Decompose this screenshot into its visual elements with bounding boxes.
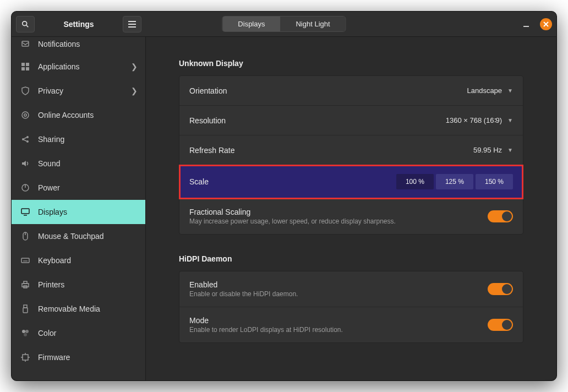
hidpi-panel: Enabled Enable or disable the HiDPI daem… [179, 271, 523, 343]
hamburger-icon [128, 21, 136, 28]
speaker-icon [20, 159, 30, 168]
svg-rect-2 [128, 21, 136, 22]
chevron-right-icon: ❯ [131, 86, 138, 95]
sidebar-item-label: Color [38, 329, 56, 337]
sidebar-item-color[interactable]: Color [12, 321, 145, 345]
row-orientation[interactable]: Orientation Landscape ▼ [179, 76, 523, 106]
svg-point-17 [26, 140, 29, 143]
hidpi-enabled-desc: Enable or disable the HiDPI daemon. [189, 290, 298, 298]
svg-rect-9 [21, 63, 25, 66]
grid-icon [20, 62, 30, 72]
svg-line-1 [26, 25, 28, 26]
mouse-icon [20, 231, 30, 241]
sidebar-item-label: Online Accounts [38, 111, 94, 119]
tab-night-light[interactable]: Night Light [280, 17, 345, 31]
sidebar-item-label: Printers [38, 280, 64, 289]
sidebar-item-removable-media[interactable]: Removable Media [12, 297, 145, 321]
sidebar-item-sound[interactable]: Sound [12, 151, 145, 176]
svg-rect-3 [128, 24, 136, 25]
caret-down-icon: ▼ [507, 88, 513, 94]
titlebar-left: Settings [12, 12, 146, 36]
row-resolution[interactable]: Resolution 1360 × 768 (16∶9) ▼ [179, 106, 523, 135]
row-hidpi-enabled: Enabled Enable or disable the HiDPI daem… [179, 271, 523, 307]
svg-point-35 [24, 333, 27, 336]
svg-point-13 [22, 112, 29, 118]
fractional-switch[interactable] [488, 210, 513, 222]
sidebar-item-mouse-touchpad[interactable]: Mouse & Touchpad [12, 224, 145, 248]
at-icon [20, 110, 30, 120]
svg-line-18 [24, 138, 27, 139]
minimize-button[interactable] [520, 18, 532, 30]
hidpi-mode-label: Mode [189, 316, 343, 325]
svg-rect-26 [21, 258, 29, 263]
scale-option-100[interactable]: 100 % [396, 174, 434, 189]
sidebar-item-firmware[interactable]: Firmware [12, 345, 145, 369]
hidpi-mode-switch[interactable] [488, 319, 513, 331]
content-area: Unknown Display Orientation Landscape ▼ … [146, 37, 556, 380]
switch-knob [502, 211, 512, 221]
sidebar-item-privacy[interactable]: Privacy ❯ [12, 79, 145, 103]
sidebar-item-label: Applications [38, 62, 80, 71]
sidebar-item-sharing[interactable]: Sharing [12, 127, 145, 151]
titlebar: Settings Displays Night Light [12, 12, 556, 37]
window-controls [520, 18, 552, 30]
search-button[interactable] [16, 16, 35, 32]
resolution-value-group: 1360 × 768 (16∶9) ▼ [446, 116, 513, 124]
hidpi-mode-text: Mode Enable to render LoDPI displays at … [189, 316, 343, 334]
svg-rect-12 [26, 67, 29, 70]
svg-rect-22 [21, 209, 29, 214]
svg-rect-36 [23, 355, 28, 360]
minimize-icon [522, 20, 530, 28]
scale-option-125[interactable]: 125 % [436, 174, 473, 189]
resolution-label: Resolution [189, 116, 226, 125]
close-icon [543, 21, 549, 27]
hidpi-enabled-switch[interactable] [488, 283, 513, 295]
sidebar-item-power[interactable]: Power [12, 176, 145, 200]
usb-icon [20, 304, 30, 314]
switch-knob [502, 284, 512, 294]
svg-rect-29 [24, 281, 27, 284]
chevron-right-icon: ❯ [131, 62, 138, 71]
sidebar-item-label: Sound [38, 159, 60, 168]
caret-down-icon: ▼ [507, 147, 513, 153]
scale-option-150[interactable]: 150 % [476, 174, 513, 189]
printer-icon [20, 280, 30, 290]
svg-point-16 [26, 136, 29, 138]
sidebar-item-label: Sharing [38, 135, 64, 144]
row-refresh-rate[interactable]: Refresh Rate 59.95 Hz ▼ [179, 135, 523, 165]
fractional-text: Fractional Scaling May increase power us… [189, 208, 396, 225]
sidebar: Notifications Applications ❯ Privacy ❯ O… [12, 37, 146, 380]
row-scale: Scale 100 % 125 % 150 % [179, 165, 523, 199]
sidebar-item-online-accounts[interactable]: Online Accounts [12, 103, 145, 127]
menu-button[interactable] [123, 16, 141, 32]
resolution-value: 1360 × 768 (16∶9) [446, 116, 502, 124]
hidpi-enabled-label: Enabled [189, 280, 298, 289]
tab-displays[interactable]: Displays [222, 17, 280, 31]
sidebar-item-label: Displays [38, 208, 67, 216]
chip-icon [20, 352, 30, 362]
sidebar-item-notifications[interactable]: Notifications [12, 37, 145, 55]
shield-icon [20, 86, 30, 96]
hidpi-enabled-text: Enabled Enable or disable the HiDPI daem… [189, 280, 298, 298]
refresh-value: 59.95 Hz [473, 146, 502, 154]
sidebar-item-label: Power [38, 183, 60, 192]
fractional-label: Fractional Scaling [189, 208, 396, 216]
view-switcher: Displays Night Light [222, 16, 346, 32]
close-button[interactable] [540, 18, 552, 30]
sidebar-item-applications[interactable]: Applications ❯ [12, 55, 145, 79]
svg-rect-8 [22, 41, 29, 46]
sidebar-item-printers[interactable]: Printers [12, 273, 145, 297]
orientation-value: Landscape [467, 86, 502, 95]
caret-down-icon: ▼ [507, 117, 513, 123]
svg-point-33 [22, 330, 25, 333]
sidebar-item-label: Mouse & Touchpad [38, 232, 104, 241]
sidebar-item-label: Removable Media [38, 304, 100, 313]
svg-rect-5 [523, 26, 529, 27]
sidebar-item-displays[interactable]: Displays [12, 200, 145, 224]
scale-segmented-control: 100 % 125 % 150 % [396, 174, 513, 189]
orientation-label: Orientation [189, 86, 227, 95]
sidebar-item-label: Keyboard [38, 256, 71, 265]
sidebar-item-keyboard[interactable]: Keyboard [12, 248, 145, 273]
svg-rect-10 [26, 63, 29, 66]
palette-icon [20, 328, 30, 338]
